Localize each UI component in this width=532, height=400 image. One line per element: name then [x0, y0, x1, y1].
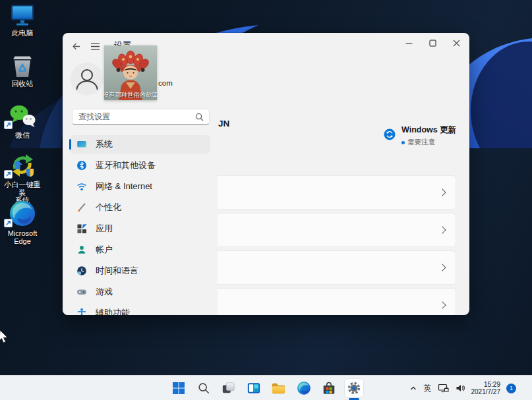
gamepad-icon [76, 287, 87, 297]
meme-profile-image: 没有那种世俗的欲望 没有那种世俗的欲望 [104, 45, 157, 100]
desktop-icon-label: Microsoft Edge [2, 229, 43, 245]
desktop-icon-label: 回收站 [2, 80, 43, 88]
chevron-right-icon [438, 226, 446, 233]
nav-item-network-internet[interactable]: 网络 & Internet [69, 177, 210, 196]
nav-item-bluetooth-devices[interactable]: 蓝牙和其他设备 [69, 156, 210, 175]
search-icon [195, 113, 204, 121]
nav-item-gaming[interactable]: 游戏 [69, 283, 210, 301]
task-view-button[interactable] [220, 379, 238, 397]
settings-nav-list: 系统 蓝牙和其他设备 网络 & Internet 个性化 [69, 135, 210, 315]
system-tray: 英 15:29 2021/7/27 1 [409, 376, 517, 400]
close-button[interactable] [444, 33, 468, 53]
network-icon[interactable] [438, 383, 449, 393]
settings-nav-panel: 系统 蓝牙和其他设备 网络 & Internet 个性化 [63, 101, 218, 315]
desktop-icon-recycle-bin[interactable]: 回收站 [2, 54, 43, 88]
recycle-bin-icon [2, 54, 43, 78]
notification-badge[interactable]: 1 [506, 384, 516, 393]
maximize-button[interactable] [421, 33, 444, 53]
bluetooth-icon [76, 160, 87, 171]
selected-accent-bar [69, 139, 71, 150]
desktop-icon-xiaobai-reinstall[interactable]: 小白一键重装 系统 [2, 152, 43, 204]
settings-window: 设置 com JN Windows 更新 [63, 33, 469, 315]
desktop-icon-microsoft-edge[interactable]: Microsoft Edge [2, 200, 43, 245]
minimize-button[interactable] [397, 33, 421, 53]
taskbar: 英 15:29 2021/7/27 1 [0, 375, 532, 400]
settings-button-active[interactable] [345, 379, 363, 397]
file-explorer-button[interactable] [270, 379, 288, 397]
date: 2021/7/27 [471, 388, 501, 396]
ime-indicator[interactable]: 英 [424, 383, 432, 394]
windows-update-title: Windows 更新 [401, 125, 456, 136]
widgets-button[interactable] [245, 379, 263, 397]
windows-update-status[interactable]: Windows 更新 需要注意 [384, 125, 456, 147]
search-button[interactable] [194, 379, 213, 397]
edge-browser-button[interactable] [295, 379, 313, 397]
time: 15:29 [471, 381, 501, 389]
nav-item-time-language[interactable]: 时间和语言 [69, 262, 210, 280]
desktop-icon-wechat[interactable]: 微信 [2, 104, 43, 139]
desktop-icon-label: 此电脑 [2, 29, 43, 37]
desktop: { "colors": { "accent": "#0067c0", "task… [0, 0, 532, 400]
person-icon [76, 244, 87, 255]
account-email-fragment: com [158, 79, 173, 87]
clock-icon [76, 266, 87, 276]
microsoft-store-button[interactable] [320, 379, 338, 397]
chevron-right-icon [438, 188, 446, 196]
nav-item-accessibility[interactable]: 辅助功能 [69, 304, 210, 315]
device-name-fragment: JN [218, 119, 229, 129]
paintbrush-icon [76, 202, 87, 213]
search-input[interactable] [73, 112, 195, 121]
chevron-right-icon [438, 264, 446, 271]
shortcut-arrow-icon [4, 219, 13, 227]
nav-item-apps[interactable]: 应用 [69, 219, 210, 238]
sync-icon [384, 129, 396, 140]
nav-item-personalization[interactable]: 个性化 [69, 198, 210, 217]
windows-update-status-text: 需要注意 [407, 138, 435, 147]
wechat-icon [2, 104, 43, 129]
desktop-icon-label: 微信 [2, 131, 43, 139]
this-pc-icon [2, 4, 43, 27]
shortcut-arrow-icon [4, 170, 13, 179]
meme-caption: 没有那种世俗的欲望 [104, 92, 157, 98]
volume-icon[interactable] [455, 383, 465, 393]
edge-icon [2, 200, 43, 227]
apps-icon [76, 223, 87, 234]
start-button[interactable] [169, 379, 188, 397]
settings-search-box[interactable] [72, 109, 210, 125]
xiaobai-reinstall-icon [2, 152, 43, 179]
hamburger-menu-button[interactable] [86, 38, 103, 55]
nav-item-system[interactable]: 系统 [69, 135, 210, 154]
desktop-icon-this-pc[interactable]: 此电脑 [2, 4, 43, 37]
back-button[interactable] [67, 38, 84, 55]
chevron-right-icon [438, 301, 446, 308]
accessibility-icon [76, 308, 87, 315]
shortcut-arrow-icon [4, 121, 13, 129]
nav-item-accounts[interactable]: 帐户 [69, 241, 210, 259]
hidden-icons-chevron[interactable] [409, 384, 418, 393]
monitor-icon [76, 139, 87, 150]
wifi-icon [76, 181, 87, 192]
account-avatar[interactable] [71, 63, 103, 96]
mouse-cursor [0, 329, 11, 344]
taskbar-clock[interactable]: 15:29 2021/7/27 [471, 381, 501, 396]
attention-dot-icon [401, 141, 405, 144]
